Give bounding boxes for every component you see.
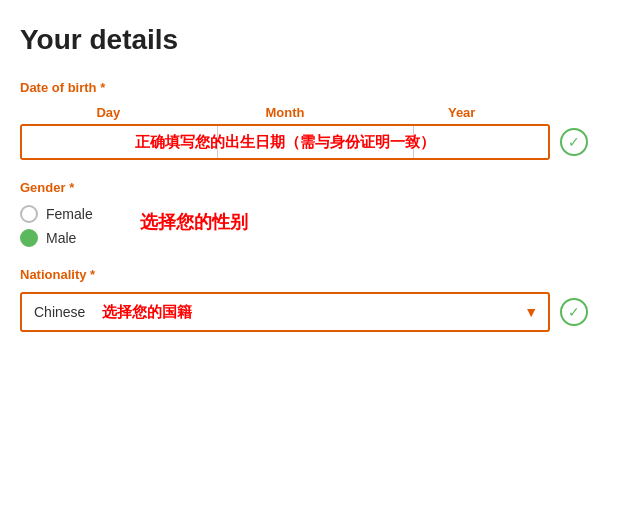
- page-title: Your details: [20, 24, 598, 56]
- gender-option-male[interactable]: Male: [20, 229, 598, 247]
- dob-label: Date of birth *: [20, 80, 598, 95]
- dob-col-labels: Day Month Year: [20, 105, 550, 124]
- dob-inputs-wrapper: 正确填写您的出生日期（需与身份证明一致）: [20, 124, 550, 160]
- nationality-row: Chinese British American Australian Othe…: [20, 292, 598, 332]
- month-col-label: Month: [197, 105, 374, 120]
- male-label: Male: [46, 230, 76, 246]
- gender-option-female[interactable]: Female: [20, 205, 598, 223]
- dob-check-icon: ✓: [560, 128, 588, 156]
- nationality-section: Nationality * Chinese British American A…: [20, 267, 598, 332]
- nationality-select-wrapper: Chinese British American Australian Othe…: [20, 292, 550, 332]
- day-col-label: Day: [20, 105, 197, 120]
- nationality-label: Nationality *: [20, 267, 598, 282]
- gender-options: Female Male: [20, 205, 598, 247]
- dob-month-input[interactable]: [218, 126, 414, 158]
- female-radio[interactable]: [20, 205, 38, 223]
- female-label: Female: [46, 206, 93, 222]
- dob-day-input[interactable]: [22, 126, 218, 158]
- nationality-select[interactable]: Chinese British American Australian Othe…: [22, 294, 548, 330]
- gender-required-star: *: [69, 180, 74, 195]
- year-col-label: Year: [373, 105, 550, 120]
- gender-section: Gender * Female Male 选择您的性别: [20, 180, 598, 247]
- dob-inputs-row: 正确填写您的出生日期（需与身份证明一致） ✓: [20, 124, 598, 160]
- dob-year-input[interactable]: [414, 126, 550, 158]
- dob-section: Date of birth * Day Month Year 正确填写您的出生日…: [20, 80, 598, 160]
- nationality-check-icon: ✓: [560, 298, 588, 326]
- nationality-required-star: *: [90, 267, 95, 282]
- male-radio[interactable]: [20, 229, 38, 247]
- gender-label: Gender *: [20, 180, 598, 195]
- dob-required-star: *: [100, 80, 105, 95]
